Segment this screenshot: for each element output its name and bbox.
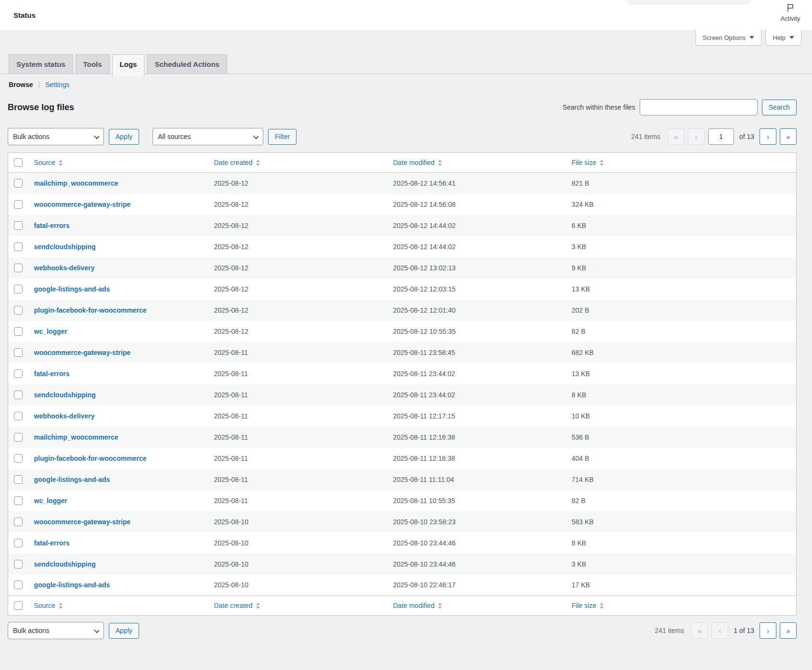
- date-created-cell: 2025-08-12: [209, 300, 388, 321]
- tab-logs[interactable]: Logs: [112, 54, 145, 76]
- row-checkbox[interactable]: [14, 475, 23, 484]
- screen-options-button[interactable]: Screen Options: [696, 30, 762, 46]
- log-file-link[interactable]: wc_logger: [34, 497, 67, 505]
- row-checkbox[interactable]: [14, 433, 23, 442]
- row-checkbox[interactable]: [14, 200, 23, 209]
- previous-page-button-bottom[interactable]: ‹: [711, 622, 728, 639]
- date-created-cell: 2025-08-11: [209, 490, 388, 511]
- select-all-checkbox[interactable]: [14, 158, 23, 167]
- bulk-actions-select[interactable]: Bulk actions: [8, 128, 104, 145]
- log-file-link[interactable]: sendcloudshipping: [34, 243, 96, 251]
- row-checkbox[interactable]: [14, 242, 23, 251]
- date-modified-cell: 2025-08-12 12:03:15: [388, 278, 567, 300]
- log-file-link[interactable]: google-listings-and-ads: [34, 476, 110, 483]
- current-page-input[interactable]: [708, 128, 734, 145]
- subnav-settings[interactable]: Settings: [45, 81, 70, 88]
- date-created-cell: 2025-08-11: [209, 448, 388, 469]
- log-file-link[interactable]: wc_logger: [34, 328, 67, 335]
- log-file-link[interactable]: fatal-errors: [34, 370, 70, 378]
- activity-button[interactable]: Activity: [773, 3, 808, 22]
- sort-icon: [600, 603, 604, 609]
- bulk-actions-select-bottom[interactable]: Bulk actions: [8, 622, 104, 639]
- row-checkbox[interactable]: [14, 179, 23, 188]
- log-file-link[interactable]: mailchimp_woocommerce: [34, 179, 118, 187]
- row-checkbox[interactable]: [14, 581, 23, 589]
- file-size-cell: 8 KB: [567, 532, 797, 554]
- column-header-date-modified[interactable]: Date modified: [393, 159, 442, 166]
- footer-column-date-modified[interactable]: Date modified: [393, 602, 442, 609]
- row-checkbox[interactable]: [14, 518, 23, 526]
- help-button[interactable]: Help: [765, 30, 801, 46]
- log-file-link[interactable]: fatal-errors: [34, 539, 70, 547]
- header-search-field-partial[interactable]: [627, 0, 750, 4]
- log-file-link[interactable]: mailchimp_woocommerce: [34, 433, 118, 441]
- log-file-link[interactable]: sendcloudshipping: [34, 560, 96, 568]
- apply-button-bottom[interactable]: Apply: [109, 623, 139, 639]
- current-page-text-bottom: 1 of 13: [734, 627, 754, 634]
- first-page-button-bottom[interactable]: «: [691, 622, 708, 639]
- apply-button[interactable]: Apply: [109, 129, 139, 145]
- table-footer-row: Source Date created Date modified File s…: [8, 596, 797, 616]
- date-modified-cell: 2025-08-12 10:55:35: [388, 321, 567, 342]
- log-file-link[interactable]: webhooks-delivery: [34, 264, 95, 272]
- source-filter-select[interactable]: All sources: [153, 128, 263, 145]
- row-checkbox[interactable]: [14, 306, 23, 315]
- row-checkbox[interactable]: [14, 348, 23, 357]
- tab-tools[interactable]: Tools: [76, 54, 110, 74]
- log-file-link[interactable]: fatal-errors: [34, 222, 70, 229]
- row-checkbox[interactable]: [14, 560, 23, 569]
- date-modified-cell: 2025-08-11 12:17:15: [388, 405, 567, 427]
- log-file-link[interactable]: sendcloudshipping: [34, 391, 96, 399]
- subnav-browse[interactable]: Browse: [9, 81, 33, 88]
- last-page-button[interactable]: »: [780, 128, 797, 145]
- row-checkbox[interactable]: [14, 369, 23, 378]
- table-row: fatal-errors2025-08-102025-08-10 23:44:4…: [8, 532, 797, 554]
- table-row: woocommerce-gateway-stripe2025-08-102025…: [8, 511, 797, 532]
- column-header-source[interactable]: Source: [34, 159, 63, 166]
- date-created-cell: 2025-08-11: [209, 405, 388, 427]
- tab-scheduled-actions[interactable]: Scheduled Actions: [147, 54, 227, 74]
- date-created-cell: 2025-08-12: [209, 194, 388, 215]
- row-checkbox[interactable]: [14, 391, 23, 399]
- file-size-cell: 13 KB: [567, 363, 797, 384]
- file-size-cell: 821 B: [567, 173, 797, 194]
- log-file-link[interactable]: woocommerce-gateway-stripe: [34, 201, 131, 208]
- row-checkbox[interactable]: [14, 221, 23, 230]
- row-checkbox[interactable]: [14, 327, 23, 336]
- log-file-link[interactable]: woocommerce-gateway-stripe: [34, 518, 131, 526]
- first-page-button[interactable]: «: [668, 128, 684, 145]
- row-checkbox[interactable]: [14, 496, 23, 505]
- filter-button[interactable]: Filter: [268, 129, 296, 145]
- footer-column-source[interactable]: Source: [34, 602, 63, 609]
- next-page-button-bottom[interactable]: ›: [760, 622, 776, 639]
- footer-column-file-size[interactable]: File size: [572, 602, 604, 609]
- row-checkbox[interactable]: [14, 285, 23, 293]
- tab-system-status[interactable]: System status: [9, 54, 73, 74]
- previous-page-button[interactable]: ‹: [688, 128, 705, 145]
- table-row: webhooks-delivery2025-08-112025-08-11 12…: [8, 405, 797, 427]
- log-file-link[interactable]: webhooks-delivery: [34, 412, 95, 420]
- log-file-link[interactable]: plugin-facebook-for-woocommerce: [34, 306, 147, 314]
- row-checkbox[interactable]: [14, 412, 23, 420]
- last-page-button-bottom[interactable]: »: [780, 622, 797, 639]
- row-checkbox[interactable]: [14, 539, 23, 547]
- search-button[interactable]: Search: [762, 100, 797, 115]
- row-checkbox[interactable]: [14, 454, 23, 463]
- date-created-cell: 2025-08-10: [209, 511, 388, 532]
- log-file-link[interactable]: google-listings-and-ads: [34, 581, 110, 589]
- search-label: Search within these files: [563, 103, 635, 111]
- items-count-bottom: 241 items: [655, 627, 684, 634]
- footer-column-date-created[interactable]: Date created: [214, 602, 260, 609]
- log-file-link[interactable]: plugin-facebook-for-woocommerce: [34, 455, 147, 462]
- column-header-date-created[interactable]: Date created: [214, 159, 260, 166]
- file-size-cell: 536 B: [567, 427, 797, 448]
- date-modified-cell: 2025-08-11 12:16:38: [388, 448, 567, 469]
- column-header-file-size[interactable]: File size: [572, 159, 604, 166]
- date-modified-cell: 2025-08-10 22:46:17: [388, 575, 567, 596]
- search-input[interactable]: [640, 99, 758, 115]
- log-file-link[interactable]: woocommerce-gateway-stripe: [34, 349, 131, 356]
- select-all-checkbox-bottom[interactable]: [14, 601, 23, 610]
- log-file-link[interactable]: google-listings-and-ads: [34, 285, 110, 293]
- next-page-button[interactable]: ›: [760, 128, 776, 145]
- row-checkbox[interactable]: [14, 264, 23, 272]
